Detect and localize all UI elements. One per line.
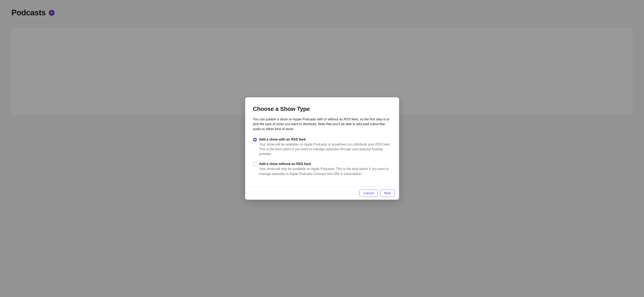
radio-option-rss[interactable]: Add a show with an RSS feed Your show wi… <box>253 138 391 156</box>
next-button[interactable]: Next <box>380 190 395 197</box>
radio-input-no-rss[interactable] <box>253 162 257 166</box>
radio-description-no-rss: Your show will only be available on Appl… <box>259 166 391 176</box>
modal-footer: Cancel Next <box>245 187 399 200</box>
radio-label-rss: Add a show with an RSS feed <box>259 138 391 141</box>
modal-description: You can publish a show on Apple Podcasts… <box>253 117 391 131</box>
modal-overlay: Choose a Show Type You can publish a sho… <box>0 0 644 297</box>
radio-input-rss[interactable] <box>253 138 257 142</box>
cancel-button[interactable]: Cancel <box>360 190 378 197</box>
radio-label-no-rss: Add a show without an RSS feed <box>259 162 391 166</box>
choose-show-type-modal: Choose a Show Type You can publish a sho… <box>245 97 399 200</box>
modal-body: Choose a Show Type You can publish a sho… <box>245 97 399 187</box>
radio-content: Add a show without an RSS feed Your show… <box>259 162 391 176</box>
radio-content: Add a show with an RSS feed Your show wi… <box>259 138 391 156</box>
radio-description-rss: Your show will be available on Apple Pod… <box>259 142 391 156</box>
radio-option-no-rss[interactable]: Add a show without an RSS feed Your show… <box>253 162 391 176</box>
modal-title: Choose a Show Type <box>253 106 391 112</box>
